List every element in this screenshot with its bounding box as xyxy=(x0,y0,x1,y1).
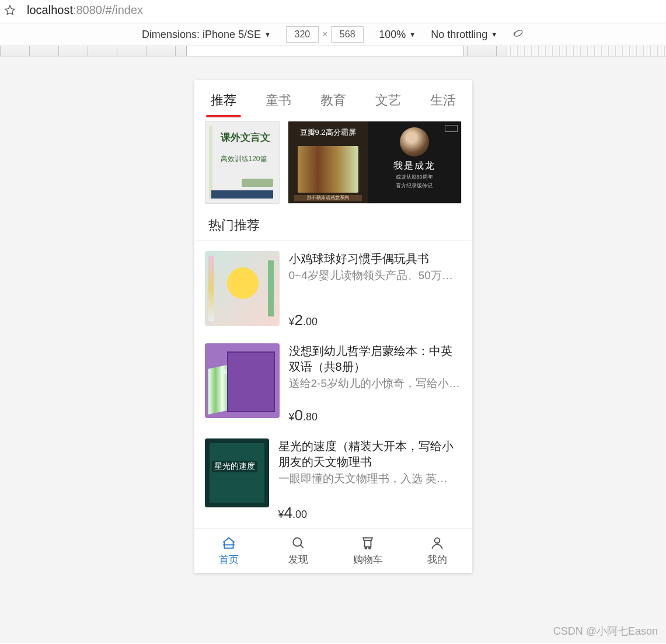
banner2-right-sub2: 官方纪录版传记 xyxy=(396,182,433,190)
product-desc: 一眼即懂的天文物理书，入选 英… xyxy=(278,471,462,486)
banner-carousel[interactable]: 课外文言文 高效训练120篇 豆瓣9.2高分霸屏 那不勒斯语感意系列 我是成龙 … xyxy=(194,117,472,210)
search-icon xyxy=(291,535,306,551)
product-thumb: 星光的速度 xyxy=(205,438,269,507)
product-item[interactable]: 星光的速度 星光的速度（精装大开本，写给小朋友的天文物理书 一眼即懂的天文物理书… xyxy=(194,428,472,525)
chevron-down-icon: ▼ xyxy=(491,31,497,38)
device-select[interactable]: Dimensions: iPhone 5/SE ▼ xyxy=(142,29,271,41)
category-tabs: 推荐 童书 教育 文艺 生活 xyxy=(194,80,472,117)
svg-point-4 xyxy=(435,538,440,543)
product-thumb: 没想到 幼儿哲学启蒙绘本 xyxy=(205,343,280,418)
throttling-select[interactable]: No throttling ▼ xyxy=(431,29,497,41)
tab-education[interactable]: 教育 xyxy=(318,87,348,117)
tab-life[interactable]: 生活 xyxy=(428,87,458,117)
url-host[interactable]: localhost xyxy=(27,4,73,17)
home-icon xyxy=(221,535,236,551)
chevron-down-icon: ▼ xyxy=(409,31,416,38)
svg-point-2 xyxy=(365,547,367,549)
nav-cart[interactable]: 购物车 xyxy=(333,529,403,573)
banner2-left-title: 豆瓣9.2高分霸屏 xyxy=(288,127,368,138)
banner2-right-sub1: 成龙从影60周年 xyxy=(396,173,433,181)
nav-discover[interactable]: 发现 xyxy=(264,529,333,573)
zoom-select[interactable]: 100% ▼ xyxy=(379,29,416,41)
tab-recommend[interactable]: 推荐 xyxy=(208,87,239,117)
cart-icon xyxy=(360,535,375,551)
product-item[interactable]: 没想到 幼儿哲学启蒙绘本 没想到幼儿哲学启蒙绘本：中英双语（共8册） 送给2-5… xyxy=(194,333,472,428)
product-price: ¥4.00 xyxy=(278,504,462,522)
throttling-label: No throttling xyxy=(431,29,487,41)
url-path[interactable]: :8080/#/index xyxy=(73,4,143,17)
height-input[interactable] xyxy=(331,26,364,43)
rotate-button[interactable] xyxy=(512,27,524,42)
device-viewport: 推荐 童书 教育 文艺 生活 课外文言文 高效训练120篇 豆瓣9.2高分霸屏 … xyxy=(194,80,472,573)
watermark: CSDN @小阿七Eason xyxy=(553,624,658,638)
ruler xyxy=(0,46,666,57)
banner1-subtitle: 高效训练120篇 xyxy=(221,154,267,164)
product-name: 星光的速度（精装大开本，写给小朋友的天文物理书 xyxy=(278,438,462,470)
nav-label: 首页 xyxy=(219,553,239,566)
banner-slide-1[interactable]: 课外文言文 高效训练120篇 xyxy=(205,121,280,204)
product-name: 没想到幼儿哲学启蒙绘本：中英双语（共8册） xyxy=(289,343,462,375)
nav-mine[interactable]: 我的 xyxy=(403,529,472,573)
product-desc: 0~4岁婴儿读物领头产品、50万妈… xyxy=(289,268,462,283)
devtools-device-bar: Dimensions: iPhone 5/SE ▼ × 100% ▼ No th… xyxy=(0,23,666,46)
banner2-left-bar: 那不勒斯语感意系列 xyxy=(294,195,362,201)
bottom-nav: 首页 发现 购物车 我的 xyxy=(194,528,472,573)
product-price: ¥0.80 xyxy=(289,406,462,424)
times-separator: × xyxy=(322,29,327,40)
chevron-down-icon: ▼ xyxy=(264,31,271,38)
tab-art[interactable]: 文艺 xyxy=(373,87,403,117)
banner2-right-title: 我是成龙 xyxy=(393,160,435,172)
product-thumb xyxy=(205,251,280,326)
product-name: 小鸡球球好习惯手偶玩具书 xyxy=(289,251,462,267)
user-icon xyxy=(430,535,445,551)
stage: 推荐 童书 教育 文艺 生活 课外文言文 高效训练120篇 豆瓣9.2高分霸屏 … xyxy=(0,57,666,643)
dimension-inputs: × xyxy=(286,26,364,43)
banner1-title: 课外文言文 xyxy=(221,131,270,144)
browser-address-bar: localhost:8080/#/index xyxy=(0,0,666,23)
svg-point-3 xyxy=(369,547,371,549)
zoom-label: 100% xyxy=(379,29,406,41)
svg-point-1 xyxy=(293,538,301,546)
banner-slide-2[interactable]: 豆瓣9.2高分霸屏 那不勒斯语感意系列 我是成龙 成龙从影60周年 官方纪录版传… xyxy=(288,121,462,204)
device-label: Dimensions: iPhone 5/SE xyxy=(142,29,261,41)
width-input[interactable] xyxy=(286,26,319,43)
product-price: ¥2.00 xyxy=(289,311,462,329)
star-icon[interactable] xyxy=(4,4,16,17)
section-title-hot: 热门推荐 xyxy=(196,210,471,241)
tab-children-books[interactable]: 童书 xyxy=(263,87,294,117)
product-desc: 送给2-5岁幼儿的小惊奇，写给小… xyxy=(289,376,462,391)
portrait-icon xyxy=(400,127,429,156)
nav-label: 购物车 xyxy=(353,553,383,566)
nav-label: 我的 xyxy=(427,553,447,566)
nav-label: 发现 xyxy=(288,553,308,566)
nav-home[interactable]: 首页 xyxy=(194,529,264,573)
product-item[interactable]: 小鸡球球好习惯手偶玩具书 0~4岁婴儿读物领头产品、50万妈… ¥2.00 xyxy=(194,241,472,333)
